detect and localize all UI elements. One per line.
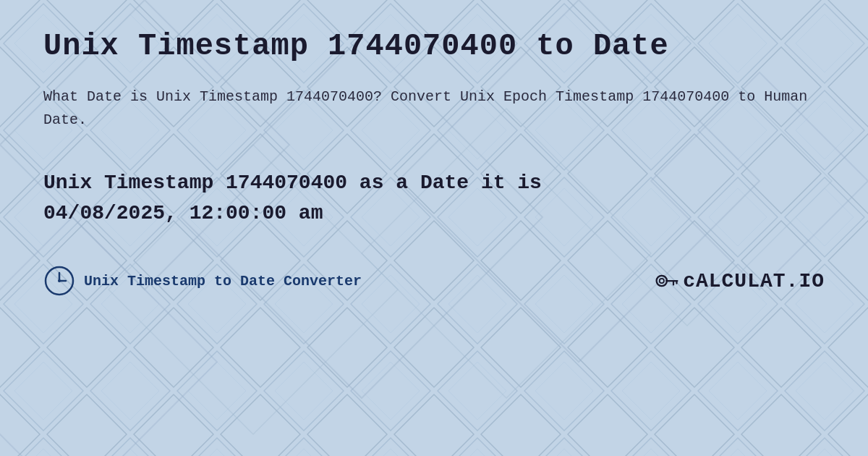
- footer: Unix Timestamp to Date Converter cALCULA…: [43, 265, 825, 297]
- svg-point-19: [660, 279, 664, 283]
- logo-icon: [654, 268, 680, 294]
- result-text: Unix Timestamp 1744070400 as a Date it i…: [43, 168, 825, 229]
- result-line2: 04/08/2025, 12:00:00 am: [43, 202, 323, 224]
- page-title: Unix Timestamp 1744070400 to Date: [43, 29, 825, 64]
- logo: cALCULAT.IO: [654, 268, 825, 294]
- result-section: Unix Timestamp 1744070400 as a Date it i…: [43, 168, 825, 229]
- result-line1: Unix Timestamp 1744070400 as a Date it i…: [43, 172, 542, 194]
- footer-left: Unix Timestamp to Date Converter: [43, 265, 362, 297]
- svg-point-17: [58, 279, 61, 282]
- page-description: What Date is Unix Timestamp 1744070400? …: [43, 85, 825, 132]
- svg-point-18: [657, 276, 667, 286]
- footer-label: Unix Timestamp to Date Converter: [84, 273, 362, 290]
- clock-icon: [43, 265, 75, 297]
- logo-text: cALCULAT.IO: [683, 270, 825, 292]
